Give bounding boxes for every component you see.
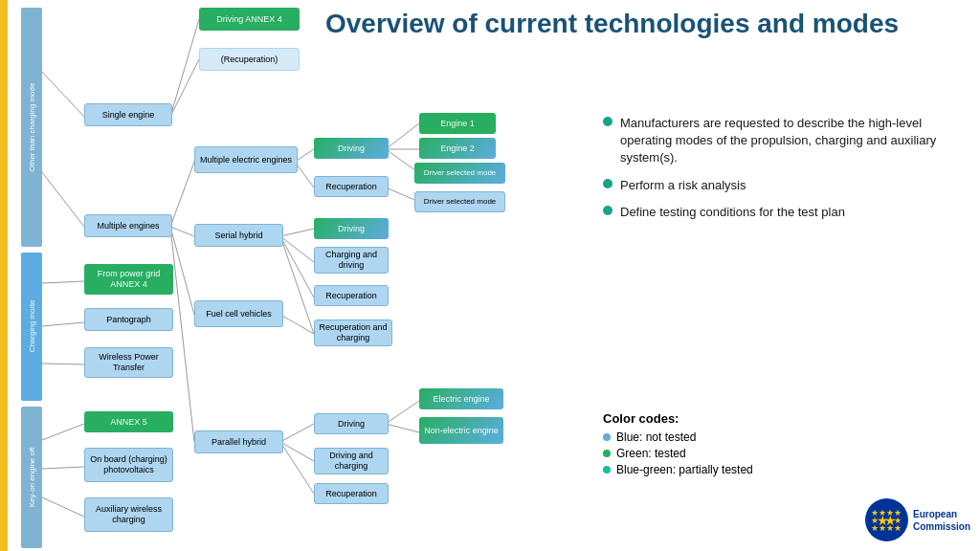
node-pantograph: Pantograph [84, 308, 173, 331]
node-engine2: Engine 2 [419, 138, 496, 159]
svg-text:Other than charging mode: Other than charging mode [28, 82, 36, 171]
node-driving-annex4: Driving ANNEX 4 [199, 8, 300, 31]
node-parallel-hybrid: Parallel hybrid [194, 430, 283, 453]
svg-line-24 [42, 281, 84, 283]
svg-line-21 [280, 236, 314, 298]
svg-line-26 [42, 364, 84, 364]
svg-line-31 [280, 424, 314, 442]
svg-line-9 [170, 59, 199, 117]
svg-rect-2 [21, 253, 42, 401]
bullet-text-2: Perform a risk analysis [620, 177, 746, 194]
svg-line-28 [42, 467, 84, 469]
node-driver-selected2: Driver selected mode [414, 191, 505, 212]
node-engine1: Engine 1 [419, 113, 496, 134]
svg-line-19 [280, 229, 314, 236]
node-aux-wireless: Auxiliary wireless charging [84, 497, 173, 532]
svg-line-10 [170, 162, 194, 227]
svg-line-12 [170, 227, 194, 315]
svg-line-25 [42, 322, 84, 326]
svg-line-30 [170, 227, 194, 442]
tree-diagram: Other than charging mode Charging mode K… [8, 0, 611, 551]
node-driving-mid: Driving [314, 138, 389, 159]
node-driving-parallel: Driving [314, 413, 389, 434]
svg-line-22 [280, 236, 314, 334]
yellow-accent-bar [0, 0, 8, 551]
node-driving-charging-parallel: Driving and charging [314, 448, 389, 474]
node-driving-serial: Driving [314, 218, 389, 239]
svg-line-7 [42, 172, 84, 227]
node-multiple-electric-engines: Multiple electric engines [194, 146, 298, 173]
svg-line-33 [280, 442, 314, 494]
eu-logo: ★ ★ ★ ★ ★ ★ ★ ★ ★ ★ ★ ★ European Commiss… [865, 498, 970, 541]
svg-rect-4 [21, 407, 42, 548]
node-annex5: ANNEX 5 [84, 411, 173, 432]
bullet-item-2: Perform a risk analysis [603, 177, 957, 194]
node-from-power-grid: From power grid ANNEX 4 [84, 264, 173, 295]
svg-line-8 [170, 19, 199, 117]
svg-line-23 [280, 315, 314, 334]
node-recuperation-serial: Recuperation [314, 285, 389, 306]
color-code-green: Green: tested [603, 447, 842, 460]
svg-line-15 [386, 123, 419, 149]
color-code-bluegreen: Blue-green: partially tested [603, 463, 842, 476]
blue-label: Blue: not tested [616, 430, 696, 444]
svg-line-11 [170, 227, 194, 236]
node-multiple-engines-left: Multiple engines [84, 214, 172, 237]
node-driver-selected1: Driver selected mode [414, 163, 505, 184]
svg-line-13 [295, 149, 314, 162]
svg-text:Key-on engine off: Key-on engine off [28, 447, 36, 507]
svg-line-34 [386, 401, 419, 424]
eu-circle: ★ ★ ★ ★ ★ ★ ★ ★ ★ ★ ★ ★ [865, 498, 908, 541]
bullets-area: Manufacturers are requested to describe … [603, 115, 957, 231]
node-non-electric: Non-electric engine [419, 417, 503, 444]
svg-line-35 [386, 424, 419, 432]
node-recuperation-parallel: Recuperation [314, 483, 389, 504]
bullet-text-1: Manufacturers are requested to describe … [620, 115, 957, 167]
node-charging-driving: Charging and driving [314, 247, 389, 274]
color-codes-section: Color codes: Blue: not tested Green: tes… [603, 411, 842, 479]
svg-line-20 [280, 236, 314, 262]
svg-line-29 [42, 497, 84, 517]
node-onboard: On board (charging) photovoltaics [84, 448, 173, 482]
color-code-blue: Blue: not tested [603, 430, 842, 444]
bullet-text-3: Define testing conditions for the test p… [620, 204, 845, 221]
node-wireless: Wireless Power Transfer [84, 347, 173, 378]
svg-rect-0 [21, 8, 42, 247]
node-fuel-cell: Fuel cell vehicles [194, 300, 283, 327]
node-recuperation-top: (Recuperation) [199, 48, 300, 71]
svg-line-27 [42, 424, 84, 440]
bullet-item-3: Define testing conditions for the test p… [603, 204, 957, 221]
node-serial-hybrid: Serial hybrid [194, 224, 283, 247]
bullet-item-1: Manufacturers are requested to describe … [603, 115, 957, 167]
svg-line-6 [42, 72, 84, 117]
svg-line-32 [280, 442, 314, 461]
node-single-engine: Single engine [84, 103, 172, 126]
node-electric-engine: Electric engine [419, 388, 503, 409]
eu-text: European Commission [913, 508, 970, 533]
color-codes-title: Color codes: [603, 411, 842, 426]
green-label: Green: tested [616, 447, 686, 460]
bluegreen-label: Blue-green: partially tested [616, 463, 753, 476]
node-recuperation-charging: Recuperation and charging [314, 320, 392, 346]
svg-line-14 [295, 162, 314, 187]
svg-text:Charging mode: Charging mode [28, 299, 36, 352]
node-recuperation-mid: Recuperation [314, 176, 389, 197]
